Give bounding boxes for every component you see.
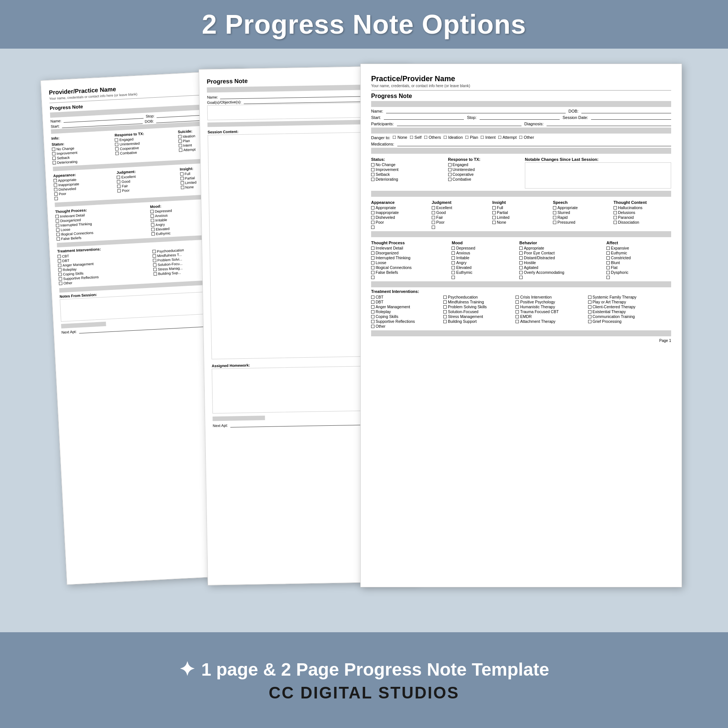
danger-to: Danger to:	[371, 135, 390, 140]
doc-container: Provider/Practice Name Your name, creden…	[46, 64, 682, 617]
right-subtitle: Your name, credentials, or contact info …	[371, 84, 671, 88]
page-num: Page 1	[371, 338, 671, 343]
paper-right: Practice/Provider Name Your name, creden…	[360, 64, 682, 587]
stop-label: Stop:	[145, 114, 154, 118]
middle-section: Provider/Practice Name Your name, creden…	[0, 49, 728, 632]
start-label: Start:	[50, 124, 60, 128]
bottom-banner: ✦ 1 page & 2 Page Progress Note Template…	[0, 632, 728, 728]
bottom-subtitle: ✦ 1 page & 2 Page Progress Note Template	[179, 658, 549, 681]
right-title: Practice/Provider Name	[371, 75, 671, 83]
star-icon: ✦	[179, 658, 195, 681]
top-title: 2 Progress Note Options	[202, 9, 526, 40]
brand-name: CC DIGITAL STUDIOS	[269, 684, 459, 702]
name-label: Name:	[50, 119, 61, 124]
dob-label: DOB:	[145, 119, 154, 124]
top-banner: 2 Progress Note Options	[0, 0, 728, 49]
